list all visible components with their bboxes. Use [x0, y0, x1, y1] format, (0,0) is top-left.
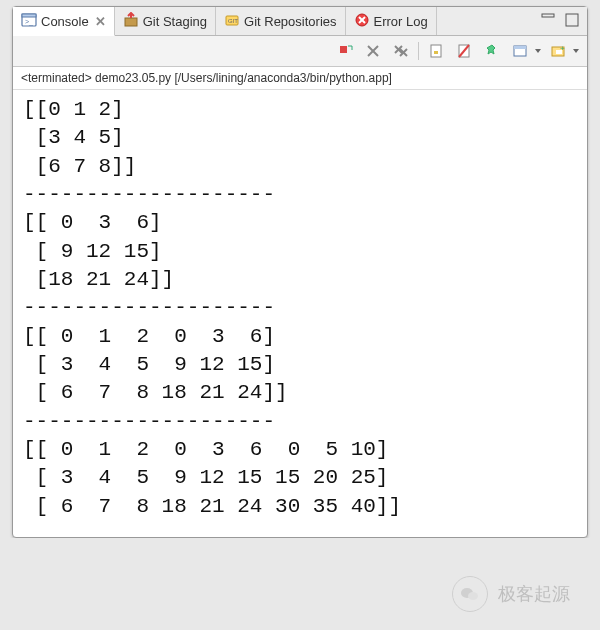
pin-console-button[interactable] — [481, 40, 503, 62]
svg-rect-11 — [340, 46, 347, 53]
tab-label: Console — [41, 14, 89, 29]
tab-label: Git Repositories — [244, 14, 336, 29]
maximize-icon[interactable] — [565, 13, 579, 30]
dropdown-icon[interactable] — [573, 49, 579, 53]
tab-console[interactable]: >_ Console ✕ — [13, 7, 115, 36]
svg-rect-9 — [542, 14, 554, 17]
view-controls — [533, 7, 587, 35]
tab-label: Error Log — [374, 14, 428, 29]
console-output[interactable]: [[0 1 2] [3 4 5] [6 7 8]] --------------… — [13, 90, 587, 537]
tab-git-staging[interactable]: Git Staging — [115, 7, 216, 35]
tab-error-log[interactable]: Error Log — [346, 7, 437, 35]
tab-label: Git Staging — [143, 14, 207, 29]
ide-panel: >_ Console ✕ Git Staging GIT Git Reposit… — [12, 6, 588, 538]
svg-rect-3 — [125, 18, 137, 26]
svg-rect-10 — [566, 14, 578, 26]
tab-bar: >_ Console ✕ Git Staging GIT Git Reposit… — [13, 7, 587, 36]
git-repos-icon: GIT — [224, 12, 240, 31]
error-log-icon — [354, 12, 370, 31]
minimize-icon[interactable] — [541, 13, 555, 30]
status-text: <terminated> demo23.05.py [/Users/lining… — [21, 71, 392, 85]
svg-rect-1 — [22, 14, 36, 17]
svg-rect-23 — [514, 46, 526, 49]
tab-git-repositories[interactable]: GIT Git Repositories — [216, 7, 345, 35]
scroll-lock-button[interactable] — [425, 40, 447, 62]
svg-rect-19 — [434, 51, 438, 54]
launch-status: <terminated> demo23.05.py [/Users/lining… — [13, 67, 587, 90]
console-icon: >_ — [21, 12, 37, 31]
dropdown-icon[interactable] — [535, 49, 541, 53]
remove-all-button[interactable] — [390, 40, 412, 62]
close-icon[interactable]: ✕ — [95, 14, 106, 29]
clear-console-button[interactable] — [453, 40, 475, 62]
svg-text:GIT: GIT — [228, 18, 238, 24]
terminate-relaunch-button[interactable] — [334, 40, 356, 62]
git-staging-icon — [123, 12, 139, 31]
console-toolbar: + — [13, 36, 587, 67]
display-selected-button[interactable] — [509, 40, 531, 62]
svg-text:+: + — [560, 44, 565, 53]
open-console-button[interactable]: + — [547, 40, 569, 62]
svg-text:>_: >_ — [25, 18, 33, 26]
remove-launch-button[interactable] — [362, 40, 384, 62]
